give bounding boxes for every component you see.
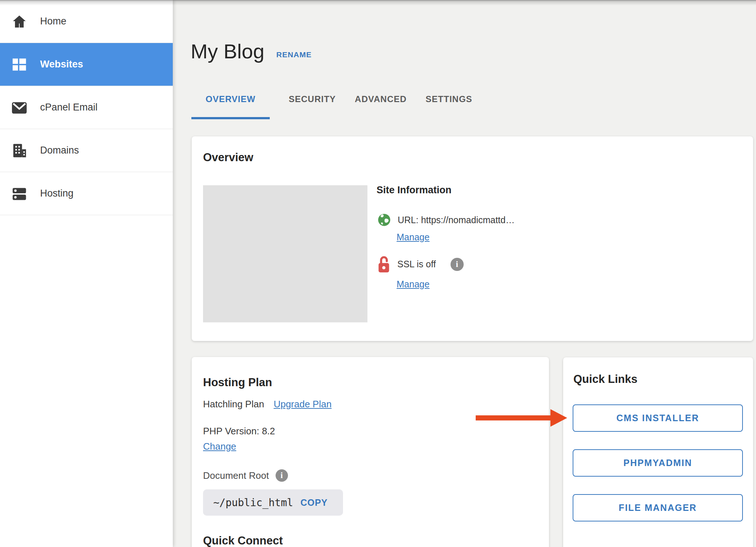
top-shadow <box>0 0 756 6</box>
phpmyadmin-button[interactable]: PHPMYADMIN <box>573 449 743 477</box>
hosting-dashboard-page: Home Websites cPanel Email <box>0 0 756 547</box>
hosting-server-icon <box>11 185 28 202</box>
php-version-row: PHP Version: 8.2 <box>203 426 275 437</box>
hosting-plan-title: Hosting Plan <box>203 376 272 389</box>
tab-advanced[interactable]: ADVANCED <box>355 88 406 117</box>
rename-button[interactable]: RENAME <box>276 50 312 59</box>
change-php-link[interactable]: Change <box>203 441 236 452</box>
overview-card: Overview Site Information URL: https://n… <box>192 136 753 341</box>
overview-card-title: Overview <box>203 151 253 164</box>
sidebar-item-label: cPanel Email <box>40 102 98 113</box>
sidebar-item-label: Domains <box>40 145 79 156</box>
sidebar-item-hosting[interactable]: Hosting <box>0 172 173 215</box>
websites-grid-icon <box>11 56 28 73</box>
page-title: My Blog <box>191 39 264 63</box>
plan-name-text: Hatchling Plan <box>203 399 264 410</box>
tab-overview[interactable]: OVERVIEW <box>191 88 270 119</box>
plan-row: Hatchling Plan Upgrade Plan <box>203 399 332 410</box>
document-root-label: Document Root <box>203 470 269 481</box>
red-arrow-head <box>550 409 567 427</box>
sidebar-item-home[interactable]: Home <box>0 0 173 43</box>
document-root-path: ~/public_html <box>213 497 293 509</box>
globe-icon <box>377 213 391 227</box>
hosting-plan-card: Hosting Plan Hatchling Plan Upgrade Plan… <box>192 357 549 547</box>
red-arrow-shaft <box>476 415 552 420</box>
tab-security[interactable]: SECURITY <box>289 88 336 117</box>
document-root-info-icon[interactable]: i <box>276 469 288 482</box>
site-url-row: URL: https://nomadicmattd… <box>377 213 515 227</box>
php-version-text: PHP Version: 8.2 <box>203 426 275 437</box>
sidebar-item-label: Websites <box>40 59 83 70</box>
tab-bar: OVERVIEW SECURITY ADVANCED SETTINGS <box>191 88 472 119</box>
email-envelope-icon <box>11 99 28 116</box>
site-information-heading: Site Information <box>377 185 452 196</box>
sidebar-item-domains[interactable]: Domains <box>0 129 173 172</box>
document-root-value-box: ~/public_html COPY <box>203 489 343 516</box>
document-root-row: Document Root i <box>203 469 288 482</box>
file-manager-button[interactable]: FILE MANAGER <box>573 494 743 521</box>
open-lock-icon <box>378 256 390 273</box>
ssl-status-text: SSL is off <box>397 259 436 269</box>
domains-building-icon <box>11 142 28 159</box>
upgrade-plan-link[interactable]: Upgrade Plan <box>274 399 332 410</box>
cms-installer-button[interactable]: CMS INSTALLER <box>573 404 743 432</box>
sidebar-item-label: Home <box>40 16 66 27</box>
quick-connect-title: Quick Connect <box>203 534 283 547</box>
manage-url-link[interactable]: Manage <box>397 232 429 243</box>
sidebar-item-label: Hosting <box>40 188 74 199</box>
manage-ssl-link[interactable]: Manage <box>397 279 429 290</box>
sidebar-item-cpanel-email[interactable]: cPanel Email <box>0 86 173 129</box>
ssl-status-row: SSL is off i <box>378 256 464 273</box>
quick-links-card: Quick Links CMS INSTALLER PHPMYADMIN FIL… <box>563 357 753 547</box>
home-icon <box>11 13 28 30</box>
ssl-info-icon[interactable]: i <box>451 258 464 271</box>
sidebar: Home Websites cPanel Email <box>0 0 173 547</box>
site-thumbnail-placeholder <box>203 185 367 322</box>
copy-path-button[interactable]: COPY <box>300 497 328 508</box>
tab-settings[interactable]: SETTINGS <box>426 88 472 117</box>
quick-links-title: Quick Links <box>573 373 638 386</box>
site-url-text: URL: https://nomadicmattd… <box>398 215 515 225</box>
sidebar-item-websites[interactable]: Websites <box>0 43 173 86</box>
